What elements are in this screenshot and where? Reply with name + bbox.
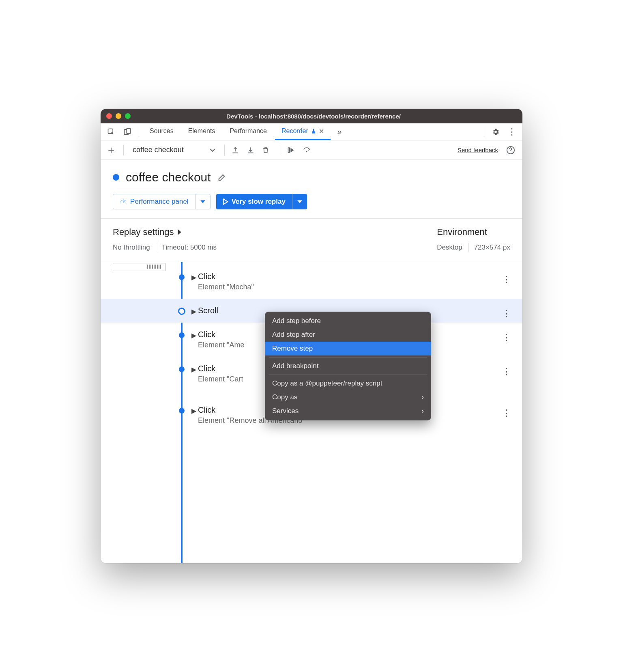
gauge-icon [120,198,127,205]
timeout-value: Timeout: 5000 ms [162,243,217,252]
throttling-value: No throttling [113,243,150,252]
header-label: Environment [437,227,487,237]
device-toolbar-icon[interactable] [120,123,135,140]
tab-label: Recorder [281,127,308,135]
replay-settings-col: Replay settings No throttling Timeout: 5… [113,227,437,252]
recording-header: coffee checkout Performance panel Very s… [101,160,522,219]
timeline-node-icon [179,408,185,414]
step-detail: Element "Mocha" [198,283,510,291]
context-menu: Add step before Add step after Remove st… [265,312,431,420]
menu-item-add-before[interactable]: Add step before [265,314,431,328]
dimensions-value: 723×574 px [474,243,510,252]
performance-panel-button[interactable]: Performance panel [113,194,211,209]
steps-panel: ▶ Click Element "Mocha" ⋮ ▶ Scroll ⋮ ▶ C… [101,262,522,563]
close-tab-icon[interactable]: ✕ [319,127,324,135]
environment-col: Environment Desktop 723×574 px [437,227,510,252]
svg-rect-2 [127,128,130,134]
step-menu-icon[interactable]: ⋮ [502,366,511,377]
delete-icon[interactable] [262,146,273,154]
replay-button[interactable]: Very slow replay [216,194,307,209]
header-label: Replay settings [113,227,174,237]
recorder-toolbar: ＋ coffee checkout Send feedback [101,140,522,160]
submenu-caret-icon: › [421,393,424,401]
timeline-node-icon [178,308,185,315]
send-feedback-link[interactable]: Send feedback [458,146,498,153]
menu-label: Add breakpoint [272,362,318,370]
expand-caret-icon[interactable]: ▶ [191,407,196,415]
titlebar: DevTools - localhost:8080/docs/devtools/… [101,109,522,123]
replay-settings-header[interactable]: Replay settings [113,227,437,237]
recording-title: coffee checkout [126,170,211,184]
svg-point-4 [306,151,307,152]
menu-label: Services [272,407,299,415]
svg-rect-3 [288,148,289,153]
menu-item-copy-as[interactable]: Copy as › [265,390,431,404]
inspect-element-icon[interactable] [104,123,118,140]
recording-selector[interactable]: coffee checkout [130,146,218,154]
menu-item-add-after[interactable]: Add step after [265,328,431,342]
menu-item-services[interactable]: Services › [265,404,431,418]
step-menu-icon[interactable]: ⋮ [502,308,511,319]
window-title: DevTools - localhost:8080/docs/devtools/… [131,113,496,120]
tab-performance[interactable]: Performance [223,123,273,140]
expand-caret-icon[interactable]: ▶ [191,274,196,281]
settings-row: Replay settings No throttling Timeout: 5… [101,219,522,262]
menu-item-add-breakpoint[interactable]: Add breakpoint [265,359,431,373]
more-tabs-icon[interactable]: » [332,123,347,140]
maximize-window-button[interactable] [125,113,131,119]
help-icon[interactable] [506,146,518,155]
import-icon[interactable] [247,146,258,154]
step-menu-icon[interactable]: ⋮ [502,274,511,285]
recording-title-row: coffee checkout [113,170,510,184]
menu-label: Copy as [272,393,297,401]
menu-label: Copy as a @puppeteer/replay script [272,379,382,388]
device-value: Desktop [437,243,462,252]
settings-gear-icon[interactable] [488,123,503,140]
close-window-button[interactable] [106,113,112,119]
menu-label: Add step before [272,317,321,325]
expand-caret-icon[interactable]: ▶ [191,366,196,373]
step-menu-icon[interactable]: ⋮ [502,332,511,343]
tab-sources[interactable]: Sources [143,123,180,140]
devtools-window: DevTools - localhost:8080/docs/devtools/… [101,109,522,563]
edit-title-icon[interactable] [217,173,226,182]
timeline-node-icon [179,332,185,338]
step-action: Click [198,272,510,281]
timeline-node-icon [179,366,185,372]
step-icon[interactable] [302,146,314,154]
tab-strip: Sources Elements Performance Recorder ✕ … [101,123,522,140]
kebab-menu-icon[interactable]: ⋮ [505,123,519,140]
experiment-icon [311,128,316,134]
tab-label: Elements [188,127,215,135]
play-icon [223,198,228,205]
step-menu-icon[interactable]: ⋮ [502,408,511,418]
menu-item-copy-puppeteer[interactable]: Copy as a @puppeteer/replay script [265,377,431,390]
tab-recorder[interactable]: Recorder ✕ [275,123,331,140]
step-over-icon[interactable] [287,146,298,154]
tab-label: Performance [230,127,267,135]
menu-item-remove-step[interactable]: Remove step [265,342,431,355]
minimize-window-button[interactable] [116,113,121,119]
recording-name-label: coffee checkout [133,146,184,154]
submenu-caret-icon: › [421,407,424,415]
button-label: Very slow replay [232,198,286,206]
tab-label: Sources [150,127,174,135]
timeline-node-icon [179,274,185,280]
button-label: Performance panel [130,198,189,206]
traffic-lights [106,113,131,119]
chevron-down-icon [210,147,215,153]
action-buttons: Performance panel Very slow replay [113,194,510,209]
step-row[interactable]: ▶ Click Element "Mocha" ⋮ [101,265,522,299]
expand-caret-icon[interactable]: ▶ [191,308,196,315]
menu-label: Remove step [272,345,313,353]
perf-dropdown-caret[interactable] [195,194,210,209]
caret-right-icon [177,229,182,235]
expand-caret-icon[interactable]: ▶ [191,332,196,339]
add-recording-icon[interactable]: ＋ [105,143,117,157]
export-icon[interactable] [231,146,243,154]
tab-elements[interactable]: Elements [182,123,222,140]
recording-bullet-icon [113,174,119,181]
menu-label: Add step after [272,331,315,339]
replay-dropdown-caret[interactable] [292,194,307,209]
